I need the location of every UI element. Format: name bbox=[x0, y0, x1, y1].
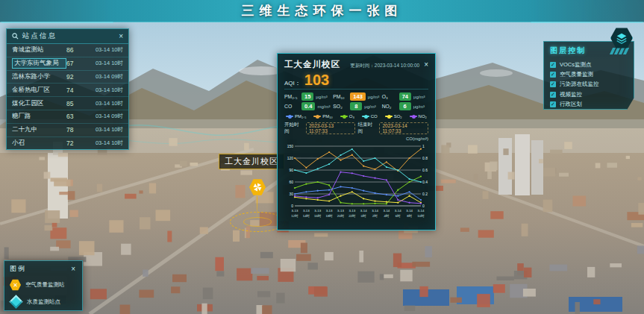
svg-text:120: 120 bbox=[287, 156, 294, 160]
pollutant-value-badge: 143 bbox=[350, 92, 366, 101]
layer-item[interactable]: ✓VOCs监测点 bbox=[550, 60, 628, 69]
station-update-time: 03-14 10时 bbox=[84, 87, 123, 94]
svg-text:3-13: 3-13 bbox=[348, 209, 355, 213]
pollutant-trend-chart[interactable]: 00300.2600.4900.61200.815013-1312时3-1314… bbox=[284, 142, 431, 225]
station-update-time: 03-14 10时 bbox=[84, 139, 123, 147]
station-row[interactable]: 煤化工园区8503-14 10时 bbox=[7, 97, 128, 110]
pollutant-value-badge: 6 bbox=[399, 102, 411, 110]
station-row[interactable]: 小召7203-14 10时 bbox=[7, 137, 128, 151]
layer-item[interactable]: ✓空气质量监测 bbox=[550, 69, 628, 79]
svg-text:10时: 10时 bbox=[417, 214, 425, 218]
svg-text:4时: 4时 bbox=[384, 214, 389, 218]
pollutant-unit: mg/m³ bbox=[317, 104, 330, 109]
station-name: 金桥热电厂区 bbox=[12, 86, 66, 95]
svg-text:3-14: 3-14 bbox=[372, 209, 378, 213]
layer-item-label: 污染源在线监控 bbox=[560, 81, 599, 88]
station-update-time: 03-14 09时 bbox=[84, 73, 123, 81]
station-row[interactable]: 浩林东路小学9203-14 09时 bbox=[7, 71, 128, 84]
svg-text:3-13: 3-13 bbox=[337, 209, 344, 213]
svg-text:8时: 8时 bbox=[407, 214, 412, 218]
chart-legend-item[interactable]: O₃ bbox=[340, 114, 354, 119]
svg-text:16时: 16时 bbox=[314, 214, 322, 218]
aqi-label: AQI： bbox=[284, 79, 301, 87]
station-name: 煤化工园区 bbox=[12, 99, 66, 108]
station-row[interactable]: 糖厂路6303-14 09时 bbox=[7, 110, 128, 124]
svg-text:20时: 20时 bbox=[337, 214, 345, 218]
chart-legend-item[interactable]: NO₂ bbox=[410, 114, 427, 119]
pollutant-value-badge: 8 bbox=[350, 102, 362, 110]
end-time-label: 结束时间 bbox=[358, 122, 377, 135]
layer-item[interactable]: ✓视频监控 bbox=[550, 90, 628, 99]
pollutant-label: PM₁₀ bbox=[333, 94, 348, 99]
svg-text:0: 0 bbox=[291, 204, 293, 208]
legend-marker-icon bbox=[385, 116, 393, 117]
station-row[interactable]: 大学东街气象局6703-14 10时 bbox=[7, 57, 128, 71]
station-row[interactable]: 二十九中7803-14 10时 bbox=[7, 124, 128, 137]
legend-marker-icon bbox=[410, 116, 417, 117]
station-name: 糖厂路 bbox=[12, 112, 66, 121]
search-icon bbox=[12, 33, 19, 40]
station-row[interactable]: 金桥热电厂区7403-14 10时 bbox=[7, 84, 128, 97]
svg-text:30: 30 bbox=[289, 192, 293, 196]
svg-text:3-13: 3-13 bbox=[303, 209, 310, 213]
station-name: 二十九中 bbox=[12, 125, 66, 134]
station-name: 青城监测站 bbox=[12, 45, 66, 54]
chart-legend-item[interactable]: PM₁₀ bbox=[313, 114, 333, 119]
checkbox-icon[interactable]: ✓ bbox=[550, 101, 556, 107]
station-aqi-value: 67 bbox=[66, 60, 84, 67]
popup-update-time: 更新时间：2023-03-14 10:00:00 bbox=[345, 63, 419, 69]
popup-close-icon[interactable]: × bbox=[424, 61, 428, 69]
pollutant-cell: O₃74μg/m³ bbox=[382, 92, 428, 101]
pollutant-unit: μg/m³ bbox=[368, 95, 379, 99]
station-detail-popup: 工大金川校区 更新时间：2023-03-14 10:00:00 × AQI： 1… bbox=[277, 53, 436, 230]
close-icon[interactable]: × bbox=[119, 33, 123, 40]
chart-legend-item[interactable]: PM₂.₅ bbox=[286, 114, 306, 119]
time-range-row: 开始时间 2023-03-13 11:07:33 结束时间 2023-03-14… bbox=[284, 122, 428, 135]
layer-item[interactable]: ✓污染源在线监控 bbox=[550, 80, 628, 90]
pollutant-cell: CO0.4mg/m³ bbox=[284, 102, 331, 110]
svg-text:3-14: 3-14 bbox=[360, 209, 367, 213]
legend-series-name: NO₂ bbox=[419, 114, 427, 119]
legend-close-icon[interactable]: × bbox=[71, 266, 77, 273]
app-root: 三维生态环保一张图 站点信息 × 青城监测站8603-14 10时大学东街气象局… bbox=[0, 0, 644, 314]
svg-text:0.2: 0.2 bbox=[422, 192, 428, 196]
map-legend-panel: 图例 × ✕空气质量监测站水质监测站点 bbox=[4, 260, 83, 311]
hatch-decoration bbox=[611, 48, 628, 54]
svg-text:2时: 2时 bbox=[372, 214, 378, 218]
svg-text:3-14: 3-14 bbox=[395, 209, 401, 213]
svg-text:3-13: 3-13 bbox=[314, 209, 321, 213]
station-name: 小召 bbox=[12, 139, 66, 148]
right-axis-label: CO(mg/m³) bbox=[284, 136, 428, 141]
aqi-value: 103 bbox=[304, 72, 329, 87]
chart-legend-item[interactable]: CO bbox=[362, 114, 378, 119]
air-station-icon: ✕ bbox=[10, 279, 21, 291]
checkbox-icon[interactable]: ✓ bbox=[550, 81, 556, 87]
pollutant-cell: PM₁₀143μg/m³ bbox=[333, 92, 379, 101]
legend-series-name: CO bbox=[371, 114, 378, 119]
checkbox-icon[interactable]: ✓ bbox=[550, 92, 556, 98]
station-list-panel: 站点信息 × 青城监测站8603-14 10时大学东街气象局6703-14 10… bbox=[6, 28, 129, 150]
pollutant-cell: NO₂6μg/m³ bbox=[382, 102, 428, 110]
station-aqi-value: 78 bbox=[66, 126, 84, 134]
station-update-time: 03-14 09时 bbox=[84, 113, 123, 120]
selected-station-map-label[interactable]: 工大金川校区 bbox=[219, 154, 284, 169]
layer-item-label: 行政区划 bbox=[560, 101, 582, 108]
station-row[interactable]: 青城监测站8603-14 10时 bbox=[7, 44, 128, 57]
checkbox-icon[interactable]: ✓ bbox=[550, 62, 556, 68]
layer-item[interactable]: ✓行政区划 bbox=[550, 100, 628, 110]
pollutant-label: PM₂.₅ bbox=[284, 94, 299, 99]
pollutant-value-badge: 0.4 bbox=[301, 102, 315, 110]
station-update-time: 03-14 10时 bbox=[84, 100, 123, 107]
legend-series-name: PM₂.₅ bbox=[295, 114, 306, 119]
svg-text:60: 60 bbox=[289, 180, 293, 184]
chart-legend-item[interactable]: SO₂ bbox=[385, 114, 402, 119]
pollutant-label: NO₂ bbox=[382, 104, 397, 109]
station-name: 大学东街气象局 bbox=[12, 58, 66, 69]
checkbox-icon[interactable]: ✓ bbox=[550, 72, 556, 78]
svg-text:1: 1 bbox=[422, 144, 425, 148]
end-time-input[interactable]: 2023-03-14 11:07:33 bbox=[379, 122, 428, 134]
legend-item-label: 空气质量监测站 bbox=[25, 281, 65, 289]
legend-item-label: 水质监测站点 bbox=[27, 298, 60, 306]
start-time-input[interactable]: 2023-03-13 11:07:33 bbox=[306, 122, 355, 134]
svg-text:150: 150 bbox=[287, 144, 294, 148]
